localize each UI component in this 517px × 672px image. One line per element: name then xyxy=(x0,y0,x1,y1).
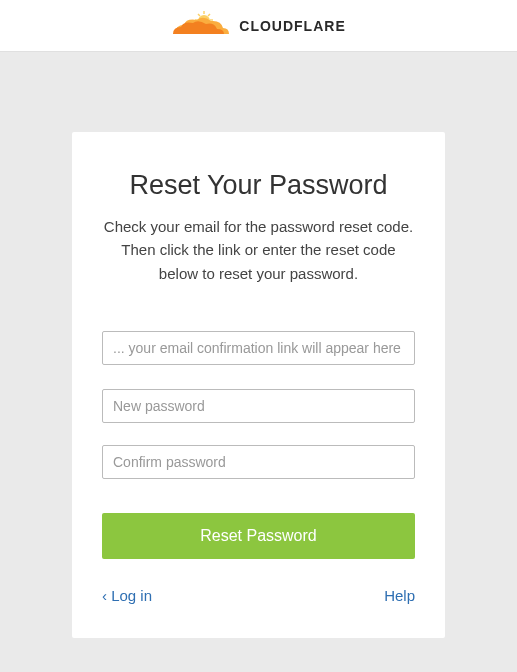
reset-code-input[interactable] xyxy=(102,331,415,365)
brand-name: CLOUDFLARE xyxy=(239,18,345,34)
page-subtitle: Check your email for the password reset … xyxy=(102,215,415,285)
footer-links: ‹ Log in Help xyxy=(102,587,415,604)
reset-password-card: Reset Your Password Check your email for… xyxy=(72,132,445,638)
confirm-password-input[interactable] xyxy=(102,445,415,479)
new-password-input[interactable] xyxy=(102,389,415,423)
login-link[interactable]: ‹ Log in xyxy=(102,587,152,604)
svg-line-4 xyxy=(198,14,200,16)
svg-line-5 xyxy=(208,14,210,16)
brand-logo: CLOUDFLARE xyxy=(171,10,345,42)
page-title: Reset Your Password xyxy=(102,170,415,201)
header: CLOUDFLARE xyxy=(0,0,517,52)
reset-password-button[interactable]: Reset Password xyxy=(102,513,415,559)
cloudflare-icon xyxy=(171,10,231,42)
help-link[interactable]: Help xyxy=(384,587,415,604)
main-area: Reset Your Password Check your email for… xyxy=(0,52,517,638)
